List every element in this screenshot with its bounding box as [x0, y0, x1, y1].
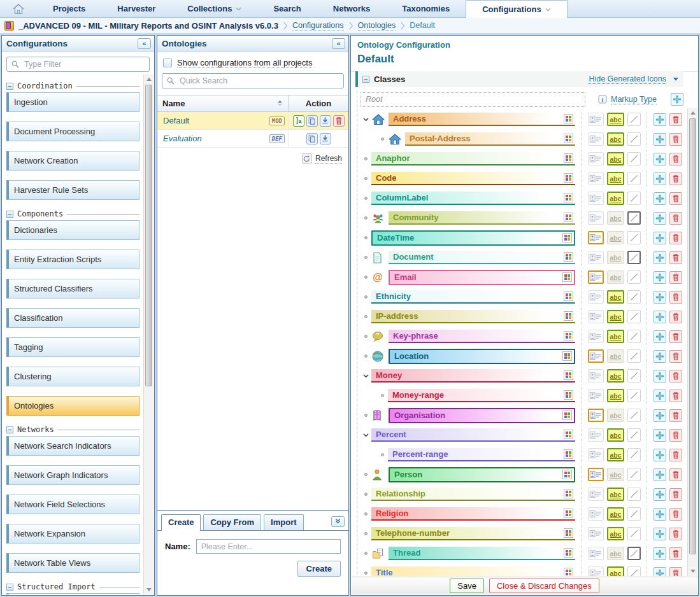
sidebar-item-tagging[interactable]: Tagging [6, 337, 139, 357]
delete-class-button[interactable] [669, 172, 682, 185]
color-palette-icon[interactable] [562, 233, 572, 242]
color-palette-icon[interactable] [564, 548, 573, 558]
markup-icon-option[interactable] [588, 330, 604, 343]
markup-text-option[interactable]: abc [607, 231, 624, 244]
sidebar-item-network-expansion[interactable]: Network Expansion [6, 524, 139, 544]
color-palette-icon[interactable] [564, 449, 573, 459]
markup-none-option[interactable] [627, 428, 641, 442]
refresh-link[interactable]: Refresh [315, 154, 342, 164]
markup-icon-option[interactable] [588, 448, 604, 461]
type-filter-input[interactable] [6, 57, 150, 72]
sidebar-item-entity-extraction-scripts[interactable]: Entity Extraction Scripts [6, 249, 139, 269]
show-all-projects-checkbox[interactable] [163, 59, 172, 67]
markup-icon-option[interactable] [588, 488, 604, 501]
refresh-icon[interactable] [302, 153, 312, 164]
class-bar[interactable]: Thread [389, 547, 575, 560]
class-bar[interactable]: Email [389, 270, 575, 285]
sidebar-item-network-search-indicators[interactable]: Network Search Indicators [6, 436, 139, 456]
collapse-classes-icon[interactable] [362, 76, 369, 83]
delete-class-button[interactable] [669, 429, 682, 442]
class-bar[interactable]: Ethnicity [371, 290, 575, 304]
collapse-mid-panel-button[interactable]: « [332, 38, 345, 49]
markup-text-option[interactable]: abc [607, 566, 624, 576]
add-subclass-button[interactable] [654, 429, 666, 442]
delete-class-button[interactable] [669, 567, 682, 577]
class-bar[interactable]: Anaphor [371, 152, 575, 165]
show-all-projects-label[interactable]: Show configurations from all projects [177, 58, 312, 68]
nav-item-taxonomies[interactable]: Taxonomies [386, 0, 466, 17]
scroll-up-icon[interactable] [688, 108, 697, 118]
color-palette-icon[interactable] [564, 430, 573, 439]
markup-icon-option[interactable] [588, 547, 604, 560]
sidebar-item-network-field-selections[interactable]: Network Field Selections [6, 495, 139, 514]
home-button[interactable] [0, 0, 37, 17]
sidebar-item-clustering[interactable]: Clustering [6, 367, 139, 386]
delete-class-button[interactable] [669, 488, 682, 501]
markup-none-option[interactable] [627, 310, 641, 323]
markup-none-option[interactable] [627, 448, 641, 461]
sidebar-item-dictionaries[interactable]: Dictionaries [6, 220, 139, 240]
class-bar[interactable]: Money [371, 369, 575, 383]
nav-item-projects[interactable]: Projects [37, 0, 101, 17]
markup-icon-option[interactable] [588, 132, 604, 146]
expand-chevron-icon[interactable] [361, 433, 371, 438]
collapse-left-panel-button[interactable]: « [138, 38, 151, 49]
create-button[interactable]: Create [297, 561, 341, 577]
markup-text-option[interactable]: abc [607, 172, 624, 185]
markup-icon-option[interactable] [588, 310, 604, 323]
delete-class-button[interactable] [669, 113, 682, 126]
markup-none-option[interactable] [627, 330, 641, 343]
color-palette-icon[interactable] [562, 411, 572, 420]
markup-icon-option[interactable] [588, 468, 604, 481]
sidebar-item-ingestion[interactable]: Ingestion [6, 92, 139, 112]
class-bar[interactable]: Key-phrase [389, 330, 575, 343]
add-subclass-button[interactable] [654, 370, 666, 383]
delete-class-button[interactable] [669, 528, 682, 540]
nav-item-harvester[interactable]: Harvester [101, 0, 171, 17]
add-subclass-button[interactable] [654, 547, 666, 560]
class-bar[interactable]: Religion [371, 507, 575, 521]
delete-class-button[interactable] [669, 212, 682, 225]
nav-item-search[interactable]: Search [257, 0, 317, 17]
delete-class-button[interactable] [669, 232, 682, 244]
add-subclass-button[interactable] [654, 528, 666, 540]
color-palette-icon[interactable] [564, 390, 573, 400]
collapse-section-icon[interactable] [6, 584, 13, 591]
copy-button[interactable] [306, 133, 318, 144]
class-bar[interactable]: Person [389, 467, 575, 482]
color-palette-icon[interactable] [564, 173, 573, 183]
scroll-down-icon[interactable] [144, 585, 154, 594]
class-bar[interactable]: Code [371, 172, 575, 185]
markup-none-option[interactable] [627, 566, 641, 576]
class-bar[interactable]: Postal-Address [405, 132, 575, 146]
markup-text-option[interactable]: abc [607, 211, 624, 225]
sidebar-item-structured-classifiers[interactable]: Structured Classifiers [6, 279, 139, 298]
color-palette-icon[interactable] [564, 114, 573, 123]
add-subclass-button[interactable] [654, 291, 666, 304]
markup-icon-option[interactable] [588, 152, 604, 165]
add-subclass-button[interactable] [654, 251, 666, 264]
add-subclass-button[interactable] [654, 271, 666, 284]
delete-class-button[interactable] [669, 547, 682, 560]
color-palette-icon[interactable] [564, 134, 573, 143]
class-bar[interactable]: Relationship [371, 488, 575, 501]
markup-none-option[interactable] [627, 192, 641, 205]
add-subclass-button[interactable] [654, 192, 666, 205]
sidebar-item-watchlist-import[interactable]: Watchlist Import [6, 593, 139, 594]
ontology-row-default[interactable]: DefaultMODa [157, 112, 348, 130]
markup-icon-option[interactable] [588, 231, 604, 244]
markup-icon-option[interactable] [588, 172, 604, 185]
class-bar[interactable]: Address [389, 113, 575, 126]
markup-text-option[interactable]: abc [607, 389, 624, 402]
delete-class-button[interactable] [669, 409, 682, 422]
delete-class-button[interactable] [669, 251, 682, 264]
class-bar[interactable]: Percent [371, 428, 575, 442]
sidebar-item-network-graph-indicators[interactable]: Network Graph Indicators [6, 465, 139, 485]
markup-text-option[interactable]: abc [607, 251, 624, 264]
markup-none-option[interactable] [627, 132, 641, 146]
sidebar-item-harvester-rule-sets[interactable]: Harvester Rule Sets [6, 180, 139, 200]
add-subclass-button[interactable] [654, 153, 666, 165]
create-name-input[interactable] [196, 539, 341, 554]
color-palette-icon[interactable] [562, 272, 572, 282]
markup-text-option[interactable]: abc [607, 527, 624, 540]
